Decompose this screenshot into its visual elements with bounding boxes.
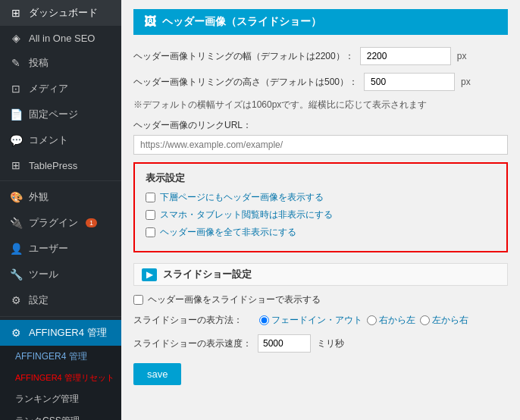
plugins-icon: 🔌 — [9, 217, 23, 229]
slideshow-method-label: スライドショーの表方法： — [133, 314, 255, 327]
height-unit: px — [461, 77, 471, 87]
sidebar-item-label: 固定ページ — [29, 108, 78, 121]
submenu-item-label: AFFINGER4 管理リセット — [15, 372, 114, 384]
checkbox-row-3: ヘッダー画像を全て非表示にする — [146, 226, 496, 239]
link-label: ヘッダー画像のリンクURL： — [133, 119, 508, 132]
height-row: ヘッダー画像トリミングの高さ（デフォルトは500）： px — [133, 73, 508, 91]
posts-icon: ✎ — [9, 57, 23, 69]
sidebar-item-tools[interactable]: 🔧 ツール — [0, 262, 121, 287]
sidebar-item-appearance[interactable]: 🎨 外観 — [0, 184, 121, 210]
sidebar-item-label: ダッシュボード — [29, 6, 98, 20]
radio-option-rtl: 右から左 — [367, 314, 415, 327]
sidebar-item-label: プラグイン — [29, 216, 78, 230]
users-icon: 👤 — [9, 243, 23, 255]
sidebar-item-label: All in One SEO — [29, 33, 95, 44]
affinger-icon: ⚙ — [9, 327, 23, 339]
checkbox-hide-all[interactable] — [146, 227, 155, 237]
save-button[interactable]: save — [133, 363, 181, 385]
height-input[interactable] — [364, 73, 455, 91]
radio-ltr[interactable] — [420, 315, 430, 325]
sidebar-submenu: AFFINGER4 管理 AFFINGER4 管理リセット ランキング管理 ラン… — [0, 346, 121, 420]
comments-icon: 💬 — [9, 134, 23, 146]
settings-icon: ⚙ — [9, 294, 23, 306]
sidebar-item-all-in-one-seo[interactable]: ◈ All in One SEO — [0, 26, 121, 50]
sidebar-item-dashboard[interactable]: ⊞ ダッシュボード — [0, 0, 121, 26]
tools-icon: 🔧 — [9, 268, 23, 281]
sidebar-item-label: AFFINGER4 管理 — [29, 326, 107, 340]
sidebar-submenu-ranking[interactable]: ランキング管理 — [0, 388, 121, 410]
sidebar-item-affinger4-admin[interactable]: ⚙ AFFINGER4 管理 — [0, 320, 121, 346]
display-settings-box: 表示設定 下層ページにもヘッダー画像を表示する スマホ・タブレット閲覧時は非表示… — [133, 162, 508, 252]
section-title: ヘッダー画像（スライドショー） — [162, 15, 321, 29]
dashboard-icon: ⊞ — [9, 7, 23, 19]
slideshow-method-row: スライドショーの表方法： フェードイン・アウト 右から左 左から右 — [133, 314, 508, 327]
seo-icon: ◈ — [9, 32, 23, 44]
width-input[interactable] — [360, 47, 451, 65]
sidebar-item-label: 設定 — [29, 293, 49, 307]
slideshow-section-header: ▶ スライドショー設定 — [133, 263, 508, 286]
submenu-item-label: ランキング管理 — [15, 393, 79, 406]
checkbox-sublayer-label[interactable]: 下層ページにもヘッダー画像を表示する — [160, 191, 324, 204]
size-note: ※デフォルトの横幅サイズは1060pxです。縦横比に応じて表示されます — [133, 99, 508, 111]
sidebar-item-users[interactable]: 👤 ユーザー — [0, 236, 121, 262]
speed-label: スライドショーの表示速度： — [133, 337, 252, 350]
checkbox-mobile-label[interactable]: スマホ・タブレット閲覧時は非表示にする — [160, 208, 333, 221]
sidebar-submenu-affinger4[interactable]: AFFINGER4 管理 — [0, 346, 121, 368]
appearance-icon: 🎨 — [9, 191, 23, 203]
radio-rtl-label[interactable]: 右から左 — [379, 314, 415, 327]
checkbox-sublayer[interactable] — [146, 193, 155, 202]
speed-unit: ミリ秒 — [317, 337, 344, 350]
radio-option-ltr: 左から右 — [420, 314, 468, 327]
radio-option-fade: フェードイン・アウト — [259, 314, 362, 327]
sidebar-item-posts[interactable]: ✎ 投稿 — [0, 50, 121, 76]
checkbox-mobile[interactable] — [146, 210, 155, 220]
radio-rtl[interactable] — [367, 315, 377, 325]
sidebar: ⊞ ダッシュボード ◈ All in One SEO ✎ 投稿 ⊡ メディア 📄… — [0, 0, 121, 420]
radio-ltr-label[interactable]: 左から右 — [432, 314, 468, 327]
slideshow-enable-row: ヘッダー画像をスライドショーで表示する — [133, 293, 508, 306]
height-label: ヘッダー画像トリミングの高さ（デフォルトは500）： — [133, 76, 358, 89]
sidebar-item-tablepress[interactable]: ⊞ TablePress — [0, 153, 121, 177]
play-icon: ▶ — [142, 268, 157, 281]
main-content: 🖼 ヘッダー画像（スライドショー） ヘッダー画像トリミングの幅（デフォルトは22… — [121, 0, 520, 420]
slideshow-enable-checkbox[interactable] — [133, 295, 143, 305]
slideshow-enable-label[interactable]: ヘッダー画像をスライドショーで表示する — [148, 293, 321, 306]
width-label: ヘッダー画像トリミングの幅（デフォルトは2200）： — [133, 50, 354, 63]
header-image-icon: 🖼 — [144, 15, 156, 29]
sidebar-item-label: ユーザー — [29, 242, 68, 255]
checkbox-hide-all-label[interactable]: ヘッダー画像を全て非表示にする — [160, 226, 296, 239]
sidebar-item-comments[interactable]: 💬 コメント — [0, 127, 121, 153]
section-header: 🖼 ヘッダー画像（スライドショー） — [133, 9, 508, 35]
sidebar-item-label: 外観 — [29, 190, 49, 204]
checkbox-row-1: 下層ページにもヘッダー画像を表示する — [146, 191, 496, 204]
radio-fade-label[interactable]: フェードイン・アウト — [271, 314, 362, 327]
display-settings-title: 表示設定 — [146, 171, 496, 185]
link-input[interactable] — [133, 135, 508, 155]
plugins-badge: 1 — [86, 218, 97, 227]
checkbox-row-2: スマホ・タブレット閲覧時は非表示にする — [146, 208, 496, 221]
media-icon: ⊡ — [9, 83, 23, 95]
width-row: ヘッダー画像トリミングの幅（デフォルトは2200）： px — [133, 47, 508, 65]
sidebar-item-label: ツール — [29, 268, 58, 281]
link-row: ヘッダー画像のリンクURL： — [133, 119, 508, 155]
sidebar-item-media[interactable]: ⊡ メディア — [0, 76, 121, 102]
width-unit: px — [457, 51, 467, 61]
sidebar-submenu-affinger4-reset[interactable]: AFFINGER4 管理リセット — [0, 368, 121, 388]
sidebar-item-label: コメント — [29, 133, 68, 147]
sidebar-item-settings[interactable]: ⚙ 設定 — [0, 287, 121, 313]
speed-input[interactable] — [258, 334, 311, 353]
sidebar-item-plugins[interactable]: 🔌 プラグイン 1 — [0, 210, 121, 236]
sidebar-divider-2 — [0, 316, 121, 317]
sidebar-item-pages[interactable]: 📄 固定ページ — [0, 102, 121, 127]
radio-fade[interactable] — [259, 315, 269, 325]
sidebar-submenu-rankcss[interactable]: ランクCSS管理 — [0, 410, 121, 420]
slideshow-speed-row: スライドショーの表示速度： ミリ秒 — [133, 334, 508, 353]
submenu-item-label: AFFINGER4 管理 — [15, 350, 87, 363]
submenu-item-label: ランクCSS管理 — [15, 415, 80, 420]
sidebar-item-label: メディア — [29, 82, 68, 96]
tablepress-icon: ⊞ — [9, 159, 23, 171]
pages-icon: 📄 — [9, 108, 23, 121]
slideshow-section-label: スライドショー設定 — [163, 268, 252, 281]
sidebar-item-label: TablePress — [29, 160, 77, 171]
sidebar-item-label: 投稿 — [29, 56, 49, 70]
